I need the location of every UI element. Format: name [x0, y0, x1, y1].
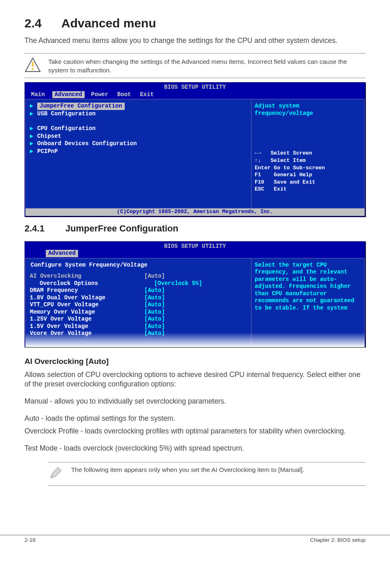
pencil-icon [48, 466, 63, 482]
bios-tab-bar: Advanced [25, 250, 365, 258]
subsection-heading: 2.4.1JumperFree Configuration [25, 223, 365, 234]
setting-row[interactable]: Overclock Options[Overclock 5%] [30, 280, 247, 287]
setting-row[interactable]: Memory Over Voltage[Auto] [30, 309, 247, 316]
setting-value: [Auto] [144, 287, 165, 294]
menu-item-usb[interactable]: ▶ USB Configuration [30, 110, 247, 118]
key-row: ↑↓ Select Item [255, 157, 361, 164]
submenu-arrow-icon: ▶ [30, 148, 33, 155]
subsection-number: 2.4.1 [25, 223, 65, 234]
bios-help-pane: Adjust system frequency/voltage ←→ Selec… [251, 99, 365, 209]
bios-tab-boot[interactable]: Boot [116, 91, 139, 99]
subsection-title: JumperFree Configuration [65, 223, 178, 233]
menu-item-onboard[interactable]: ▶ Onboard Devices Configuration [30, 140, 247, 148]
bios-help-pane: Select the target CPU frequency, and the… [251, 258, 365, 347]
note-text: The following item appears only when you… [71, 466, 304, 474]
submenu-arrow-icon: ▶ [30, 133, 33, 140]
setting-label: AI Overclocking [30, 273, 144, 280]
section-title-text: Advanced menu [61, 16, 156, 30]
setting-row[interactable]: DRAM Frequency[Auto] [30, 287, 247, 294]
bios-screen-jumperfree: BIOS SETUP UTILITY Advanced Configure Sy… [25, 241, 365, 347]
divider [48, 485, 365, 486]
bios-tab-bar: Main Advanced Power Boot Exit [25, 91, 365, 99]
bios-tab-power[interactable]: Power [90, 91, 116, 99]
setting-row[interactable]: 1.25V Over Voltage[Auto] [30, 316, 247, 323]
body-paragraph: Allows selection of CPU overclocking opt… [25, 370, 365, 389]
body-paragraph: Manual - allows you to individually set … [25, 397, 365, 406]
menu-item-pcipnp[interactable]: ▶ PCIPnP [30, 148, 247, 156]
menu-label: USB Configuration [37, 110, 96, 117]
bios-tab-main[interactable]: Main [29, 91, 52, 99]
setting-label: VTT_CPU Over Voltage [30, 301, 144, 309]
caution-box: Take caution when changing the settings … [25, 54, 365, 78]
submenu-arrow-icon: ▶ [30, 110, 33, 118]
page-number: 2-18 [25, 537, 36, 543]
setting-row[interactable]: Vcore Over Voltage[Auto] [30, 330, 247, 337]
bios-menu-pane: ▶ JumperFree Configuration ▶ USB Configu… [25, 99, 251, 209]
menu-label: JumperFree Configuration [37, 103, 125, 110]
setting-row[interactable]: 1.5V Over Voltage[Auto] [30, 323, 247, 330]
setting-value: [Auto] [144, 309, 165, 316]
menu-item-chipset[interactable]: ▶ Chipset [30, 133, 247, 141]
bios-tab-advanced[interactable]: Advanced [46, 250, 78, 257]
menu-label: CPU Configuration [37, 125, 96, 132]
note-box: The following item appears only when you… [48, 462, 365, 486]
setting-value: [Auto] [144, 301, 165, 309]
chapter-label: Chapter 2: BIOS setup [310, 537, 365, 543]
key-row: ←→ Select Screen [255, 150, 361, 157]
setting-value: [Auto] [144, 330, 165, 337]
submenu-arrow-icon: ▶ [30, 125, 33, 132]
svg-rect-1 [32, 62, 34, 67]
submenu-arrow-icon: ▶ [30, 103, 33, 110]
setting-row[interactable]: AI Overclocking[Auto] [30, 273, 247, 280]
bios-tab-advanced[interactable]: Advanced [52, 91, 85, 99]
menu-item-cpu[interactable]: ▶ CPU Configuration [30, 125, 247, 133]
key-row: F1 General Help [255, 171, 361, 179]
setting-row[interactable]: VTT_CPU Over Voltage[Auto] [30, 301, 247, 309]
body-paragraph: Auto - loads the optimal settings for th… [25, 414, 365, 424]
setting-label: Vcore Over Voltage [30, 330, 144, 337]
bios-title: BIOS SETUP UTILITY [25, 242, 365, 250]
key-row: ESC Exit [255, 186, 361, 193]
setting-label: Overclock Options [30, 280, 154, 287]
body-paragraph: Overclock Profile - loads overclocking p… [25, 426, 365, 436]
section-heading: 2.4Advanced menu [25, 16, 365, 30]
menu-item-jumperfree[interactable]: ▶ JumperFree Configuration [30, 103, 247, 110]
setting-label: 1.8V Dual Over Voltage [30, 294, 144, 302]
setting-label: DRAM Frequency [30, 287, 144, 294]
bios-settings-pane: Configure System Frequency/Voltage AI Ov… [25, 258, 251, 347]
bios-tab-exit[interactable]: Exit [138, 91, 161, 99]
help-description: Adjust system frequency/voltage [255, 103, 361, 117]
svg-point-2 [31, 68, 34, 70]
menu-label: PCIPnP [37, 148, 58, 155]
setting-value: [Auto] [144, 323, 165, 330]
setting-value: [Auto] [144, 294, 165, 302]
caution-icon [25, 57, 41, 73]
setting-value: [Overclock 5%] [154, 280, 202, 287]
setting-label: 1.25V Over Voltage [30, 316, 144, 323]
bios-copyright: (C)Copyright 1985-2002, American Megatre… [25, 209, 365, 215]
setting-row[interactable]: 1.8V Dual Over Voltage[Auto] [30, 294, 247, 302]
menu-label: Onboard Devices Configuration [37, 140, 137, 147]
setting-value: [Auto] [144, 273, 165, 280]
bios-screen-advanced-menu: BIOS SETUP UTILITY Main Advanced Power B… [25, 82, 365, 216]
config-heading: Configure System Frequency/Voltage [30, 262, 148, 269]
setting-heading: AI Overclocking [Auto] [25, 357, 365, 366]
submenu-arrow-icon: ▶ [30, 140, 33, 148]
menu-label: Chipset [37, 133, 61, 139]
page-footer: 2-18 Chapter 2: BIOS setup [0, 535, 390, 555]
help-description: Select the target CPU frequency, and the… [255, 262, 361, 312]
section-number: 2.4 [25, 16, 61, 30]
setting-value: [Auto] [144, 316, 165, 323]
key-row: F10 Save and Exit [255, 179, 361, 186]
help-keys: ←→ Select Screen ↑↓ Select Item Enter Go… [255, 150, 361, 193]
intro-text: The Advanced menu items allow you to cha… [25, 36, 365, 46]
key-row: Enter Go to Sub-screen [255, 164, 361, 172]
bios-title: BIOS SETUP UTILITY [25, 83, 365, 91]
body-paragraph: Test Mode - loads overclock (overclockin… [25, 444, 365, 453]
divider [25, 78, 365, 78]
setting-label: Memory Over Voltage [30, 309, 144, 316]
setting-label: 1.5V Over Voltage [30, 323, 144, 330]
caution-text: Take caution when changing the settings … [48, 57, 365, 75]
